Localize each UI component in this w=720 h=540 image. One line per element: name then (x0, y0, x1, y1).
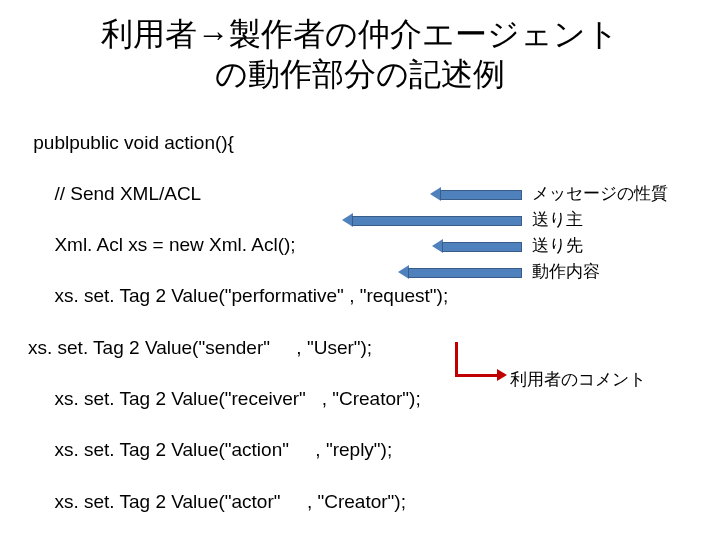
arrow-left-icon (342, 213, 522, 227)
arrow-left-icon (398, 265, 522, 279)
annotation-label: 送り先 (532, 234, 583, 257)
arrow-left-icon (432, 239, 522, 253)
annotation-label: 送り主 (532, 208, 583, 231)
title-line-1: 利用者→製作者の仲介エージェント (101, 16, 619, 52)
code-block: publpublic void action(){ // Send XML/AC… (28, 104, 692, 540)
code-line: publpublic void action(){ (28, 130, 692, 156)
annotation-label: 動作内容 (532, 260, 600, 283)
code-line: Xml. Acl xs = new Xml. Acl(); (28, 232, 692, 258)
slide: 利用者→製作者の仲介エージェント の動作部分の記述例 publpublic vo… (0, 0, 720, 540)
annotation-label: メッセージの性質 (532, 182, 668, 205)
code-line: xs. set. Tag 2 Value("action" , "reply")… (28, 437, 692, 463)
title-line-2: の動作部分の記述例 (215, 56, 505, 92)
slide-title: 利用者→製作者の仲介エージェント の動作部分の記述例 (28, 14, 692, 94)
code-line: xs. set. Tag 2 Value("performative" , "r… (28, 283, 692, 309)
annotation-label: 利用者のコメント (510, 368, 646, 391)
arrow-left-icon (430, 187, 522, 201)
code-line: xs. set. Tag 2 Value("actor" , "Creator"… (28, 489, 692, 515)
code-line: xs. set. Tag 2 Value("sender" , "User"); (28, 335, 692, 361)
